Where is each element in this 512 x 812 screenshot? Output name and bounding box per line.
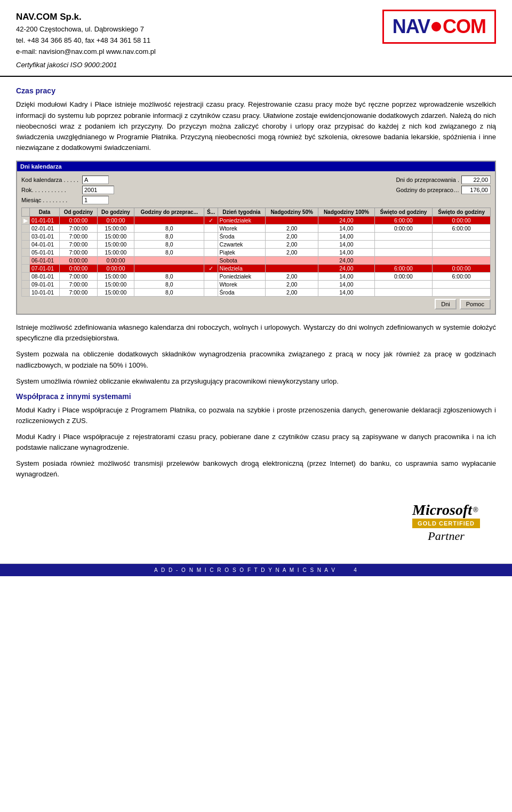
table-cell: 7:00:00	[60, 225, 97, 233]
table-cell	[204, 281, 218, 289]
table-cell	[22, 241, 30, 249]
table-cell: 7:00:00	[60, 273, 97, 281]
rok-field: Rok. . . . . . . . . . .	[21, 186, 114, 194]
table-cell: 14,00	[318, 249, 374, 257]
table-cell: Wtorek	[218, 225, 266, 233]
table-cell	[22, 281, 30, 289]
miesiac-input[interactable]	[82, 196, 109, 204]
table-cell: 0:00:00	[60, 217, 97, 225]
table-cell: 0:00:00	[433, 265, 491, 273]
table-cell	[374, 257, 433, 265]
table-cell	[374, 233, 433, 241]
kod-field: Kod kalendarza . . . . .	[21, 176, 114, 184]
table-cell: Poniedziałek	[218, 273, 266, 281]
th-dzien: Dzień tygodnia	[218, 208, 266, 217]
table-cell: 0:00:00	[433, 217, 491, 225]
table-cell: 15:00:00	[97, 273, 134, 281]
main-content: Czas pracy Dzięki modułowi Kadry i Płace…	[0, 77, 512, 563]
logo-com: COM	[443, 15, 486, 38]
table-cell	[266, 265, 318, 273]
table-cell	[433, 257, 491, 265]
table-cell: 01-01-01	[30, 217, 60, 225]
table-cell: Sobota	[218, 257, 266, 265]
th-arrow	[22, 208, 30, 217]
table-cell: 8,0	[134, 233, 204, 241]
page-footer: A D D - O N M I C R O S O F T D Y N A M …	[0, 563, 512, 576]
logo-nav: NAV	[393, 15, 430, 38]
table-cell: 2,00	[266, 273, 318, 281]
table-cell	[374, 241, 433, 249]
certification: Certyfikat jakości ISO 9000:2001	[16, 60, 156, 71]
table-cell: ✓	[204, 217, 218, 225]
table-cell: 15:00:00	[97, 289, 134, 297]
table-cell	[433, 233, 491, 241]
logo-area: NAV COM	[382, 10, 496, 44]
section3-p3: System posiada również możliwość transmi…	[16, 458, 496, 480]
company-info: NAV.COM Sp.k. 42-200 Częstochowa, ul. Dą…	[16, 10, 156, 70]
table-cell: 15:00:00	[97, 249, 134, 257]
pomoc-button[interactable]: Pomoc	[460, 299, 491, 309]
th-godziny: Godziny do przeprac...	[134, 208, 204, 217]
table-cell	[22, 265, 30, 273]
table-cell	[204, 249, 218, 257]
table-row: 05-01-017:00:0015:00:008,0Piątek2,0014,0…	[22, 249, 491, 257]
table-cell: 10-01-01	[30, 289, 60, 297]
rok-input[interactable]	[82, 186, 114, 194]
company-name: NAV.COM Sp.k.	[16, 10, 156, 24]
table-cell	[433, 281, 491, 289]
table-row: ▶01-01-010:00:000:00:00✓Poniedziałek24,0…	[22, 217, 491, 225]
table-cell: 14,00	[318, 289, 374, 297]
section3-p1: Moduł Kadry i Płace współpracuje z Progr…	[16, 405, 496, 426]
table-cell: 06-01-01	[30, 257, 60, 265]
phone: tel. +48 34 366 85 40, fax +48 34 361 58…	[16, 35, 156, 46]
calendar-titlebar: Dni kalendarza	[17, 162, 495, 171]
table-cell: Wtorek	[218, 281, 266, 289]
table-cell	[22, 289, 30, 297]
table-cell: 8,0	[134, 273, 204, 281]
table-cell: 2,00	[266, 289, 318, 297]
ms-partner-area: Microsoft ® GOLD CERTIFIED Partner	[16, 491, 496, 554]
table-cell: Piątek	[218, 249, 266, 257]
dni-button[interactable]: Dni	[435, 299, 457, 309]
table-cell: 08-01-01	[30, 273, 60, 281]
page-header: NAV.COM Sp.k. 42-200 Częstochowa, ul. Dą…	[0, 0, 512, 77]
table-cell	[204, 233, 218, 241]
calendar-body: Kod kalendarza . . . . . Rok. . . . . . …	[17, 171, 495, 314]
table-cell: Niedziela	[218, 265, 266, 273]
kod-input[interactable]	[82, 176, 109, 184]
table-cell: 2,00	[266, 249, 318, 257]
table-cell: 2,00	[266, 281, 318, 289]
table-cell: 07-01-01	[30, 265, 60, 273]
table-cell	[134, 257, 204, 265]
table-cell	[134, 217, 204, 225]
table-row: 04-01-017:00:0015:00:008,0Czwartek2,0014…	[22, 241, 491, 249]
kod-label: Kod kalendarza . . . . .	[21, 177, 80, 183]
table-cell: Poniedziałek	[218, 217, 266, 225]
table-cell: 8,0	[134, 249, 204, 257]
table-cell	[204, 273, 218, 281]
table-cell: 7:00:00	[60, 249, 97, 257]
table-cell	[266, 217, 318, 225]
section2-p3: System umożliwia również obliczanie ekwi…	[16, 376, 496, 387]
table-cell	[433, 289, 491, 297]
table-cell	[204, 225, 218, 233]
section-title-czas: Czas pracy	[16, 86, 496, 95]
section-title-wspolpraca: Współpraca z innymi systemami	[16, 392, 496, 401]
table-cell: 2,00	[266, 233, 318, 241]
table-cell: ▶	[22, 217, 30, 225]
table-cell	[22, 249, 30, 257]
table-cell: 7:00:00	[60, 289, 97, 297]
table-cell: 14,00	[318, 233, 374, 241]
table-cell: 24,00	[318, 257, 374, 265]
table-cell: 15:00:00	[97, 281, 134, 289]
calendar-buttons: Dni Pomoc	[21, 299, 491, 309]
table-cell: 15:00:00	[97, 225, 134, 233]
table-row: 08-01-017:00:0015:00:008,0Poniedziałek2,…	[22, 273, 491, 281]
table-cell	[433, 241, 491, 249]
table-cell: 0:00:00	[60, 257, 97, 265]
table-cell: 0:00:00	[374, 225, 433, 233]
godziny-label: Godziny do przepraco…	[396, 187, 459, 193]
th-nad50: Nadgodziny 50%	[266, 208, 318, 217]
th-od: Od godziny	[60, 208, 97, 217]
table-row: 02-01-017:00:0015:00:008,0Wtorek2,0014,0…	[22, 225, 491, 233]
